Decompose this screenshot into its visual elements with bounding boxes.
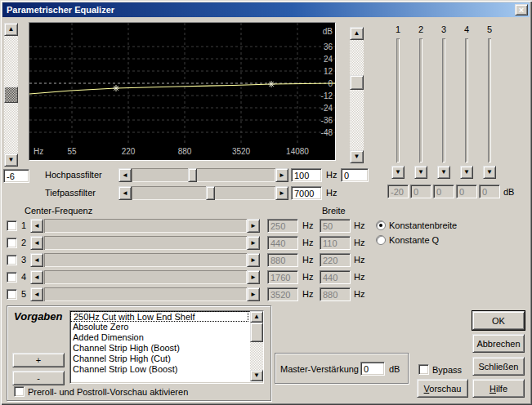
band-freq-decrease-button[interactable]: ◄	[30, 219, 43, 233]
preroll-checkbox[interactable]: Preroll- und Postroll-Vorschau aktiviere…	[14, 386, 188, 397]
bypass-checkbox[interactable]: Bypass	[418, 364, 462, 375]
eq-node-marker[interactable]	[268, 81, 275, 87]
scrollbar-down-button[interactable]: ▼	[250, 370, 263, 381]
gain-slider-up-button[interactable]: ▲	[4, 23, 18, 36]
lowpass-decrease-button[interactable]: ◄	[118, 186, 132, 200]
preset-list-item[interactable]: Channel Strip Low (Boost)	[70, 364, 248, 375]
band-width-field: 110	[320, 236, 351, 250]
preset-list-item[interactable]: 250Hz Cut with Low End Shelf	[70, 311, 248, 322]
aux-slider-down-button[interactable]: ▼	[350, 150, 364, 163]
band-freq-decrease-button[interactable]: ◄	[30, 253, 43, 267]
minus-icon: -	[37, 373, 40, 383]
band-freq-decrease-button[interactable]: ◄	[30, 236, 43, 250]
preset-list-item[interactable]: Absolute Zero	[70, 322, 248, 332]
band-enable-checkbox[interactable]	[7, 255, 17, 265]
band-freq-increase-button[interactable]: ►	[247, 236, 260, 250]
lowpass-label: Tiefpassfilter	[45, 188, 96, 198]
aux-slider-thumb[interactable]	[350, 75, 364, 90]
band-gain-slider-3: 3 ▼ 0	[432, 24, 455, 200]
band-enable-checkbox[interactable]	[7, 272, 17, 283]
gain-slider-thumb[interactable]	[4, 87, 18, 103]
band-gain-track[interactable]	[396, 38, 400, 162]
highpass-slider-track[interactable]	[132, 168, 275, 182]
band-gain-track[interactable]	[488, 38, 491, 162]
band-gain-track[interactable]	[465, 38, 468, 162]
band-gain-field: 0	[433, 185, 454, 198]
band-width-unit-label: Hz	[354, 255, 364, 265]
band-gain-dropdown-button[interactable]: ▼	[437, 166, 450, 179]
band-freq-decrease-button[interactable]: ◄	[30, 270, 43, 284]
help-button[interactable]: Hilfe	[472, 379, 525, 398]
constant-q-radio[interactable]: Konstante Q	[376, 235, 439, 245]
band-freq-slider-track[interactable]	[44, 270, 247, 284]
band-gain-dropdown-button[interactable]: ▼	[460, 166, 473, 179]
scrollbar-up-button[interactable]: ▲	[250, 311, 263, 323]
preset-add-button[interactable]: +	[12, 353, 65, 367]
preset-remove-button[interactable]: -	[12, 371, 65, 385]
width-column-label: Breite	[322, 206, 346, 216]
preset-list-item[interactable]: Added Dimension	[70, 332, 248, 343]
aux-slider-track[interactable]	[350, 40, 364, 150]
presets-groupbox: Vorgaben + - 250Hz Cut with Low End Shel…	[7, 305, 271, 401]
band-gain-track[interactable]	[442, 38, 445, 162]
close-dialog-button[interactable]: Schließen	[472, 357, 525, 376]
lowpass-slider-track[interactable]	[132, 186, 275, 200]
highpass-value-field[interactable]: 100	[291, 168, 322, 182]
preset-list-item[interactable]: Channel Strip High (Cut)	[70, 354, 248, 364]
highpass-slider-thumb[interactable]	[188, 168, 197, 182]
lowpass-unit-label: Hz	[326, 188, 337, 198]
band-gain-dropdown-button[interactable]: ▼	[414, 166, 427, 179]
db-tick-label: -12	[321, 91, 333, 100]
band-gain-dropdown-button[interactable]: ▼	[483, 166, 496, 179]
lowpass-value-field[interactable]: 7000	[291, 186, 322, 200]
hz-tick-label: 55	[67, 147, 77, 156]
aux-value-field[interactable]: 0	[341, 168, 369, 182]
band-gain-track[interactable]	[419, 38, 422, 162]
title-bar[interactable]: Parametrischer Equalizer ×	[2, 2, 530, 17]
lowpass-slider-thumb[interactable]	[206, 186, 215, 200]
hz-tick-label: 14080	[286, 147, 309, 156]
hz-tick-label: 220	[122, 147, 136, 156]
band-freq-increase-button[interactable]: ►	[247, 219, 260, 233]
preset-list-scrollbar[interactable]: ▲ ▼	[250, 311, 263, 381]
constant-q-label: Konstante Q	[389, 235, 439, 245]
eq-node-marker[interactable]	[113, 85, 119, 91]
band-enable-checkbox[interactable]	[7, 238, 17, 248]
scrollbar-thumb[interactable]	[250, 323, 263, 342]
left-arrow-icon: ◄	[34, 292, 40, 298]
eq-graph-canvas: dB 36 24 12 0 -12 -24 -36 -48 Hz 55 220 …	[29, 23, 335, 160]
band-freq-increase-button[interactable]: ►	[247, 270, 260, 284]
band-gain-dropdown-button[interactable]: ▼	[391, 166, 405, 179]
band-freq-slider-track[interactable]	[44, 219, 247, 233]
highpass-increase-button[interactable]: ►	[275, 168, 288, 182]
close-icon: ×	[519, 5, 524, 15]
lowpass-increase-button[interactable]: ►	[275, 186, 288, 200]
master-gain-label: Master-Verstärkung	[280, 364, 359, 374]
ok-button[interactable]: OK	[472, 311, 525, 330]
right-arrow-icon: ►	[250, 223, 257, 229]
band-freq-increase-button[interactable]: ►	[247, 253, 260, 267]
band-enable-checkbox[interactable]	[7, 220, 17, 231]
cancel-button[interactable]: Abbrechen	[472, 334, 525, 353]
db-tick-label: 12	[324, 67, 333, 76]
band-gain-field: 0	[456, 185, 477, 198]
band-freq-slider-track[interactable]	[44, 253, 247, 267]
eq-graph[interactable]: dB 36 24 12 0 -12 -24 -36 -48 Hz 55 220 …	[29, 22, 336, 161]
band-freq-slider-track[interactable]	[44, 287, 247, 301]
preset-listbox[interactable]: 250Hz Cut with Low End Shelf Absolute Ze…	[69, 310, 264, 384]
band-freq-unit-label: Hz	[302, 272, 313, 282]
constant-width-radio[interactable]: Konstantenbreite	[376, 220, 457, 230]
band-freq-slider-track[interactable]	[44, 236, 247, 250]
band-enable-checkbox[interactable]	[7, 289, 17, 300]
band-freq-field: 1760	[267, 270, 298, 284]
gain-slider-down-button[interactable]: ▼	[4, 154, 18, 167]
band-freq-decrease-button[interactable]: ◄	[30, 287, 43, 301]
close-button[interactable]: ×	[515, 4, 528, 16]
aux-slider-up-button[interactable]: ▲	[350, 27, 364, 40]
master-gain-field[interactable]: 0	[360, 362, 385, 376]
preset-list-item[interactable]: Channel Strip High (Boost)	[70, 343, 248, 354]
highpass-decrease-button[interactable]: ◄	[118, 168, 132, 182]
band-freq-increase-button[interactable]: ►	[247, 287, 260, 301]
preview-button[interactable]: Vorschau	[417, 379, 468, 398]
checkbox-icon	[14, 386, 25, 397]
